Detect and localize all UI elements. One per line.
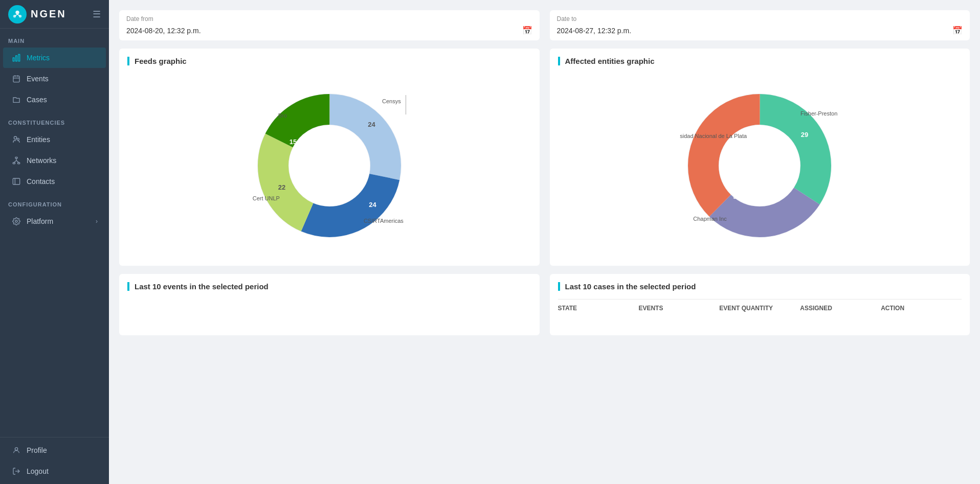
- svg-rect-16: [18, 163, 20, 164]
- contact-icon: [11, 176, 21, 187]
- censys-value: 24: [368, 121, 375, 128]
- sidebar-item-label: Cases: [27, 96, 47, 104]
- bro-label: Bro: [278, 112, 287, 119]
- sidebar-item-profile[interactable]: Profile: [3, 440, 106, 460]
- logo-text: NGEN: [31, 8, 66, 20]
- svg-point-23: [15, 448, 17, 450]
- chapman-label: Chapman Inc: [693, 216, 726, 222]
- sidebar-item-platform[interactable]: Platform ›: [3, 211, 106, 232]
- svg-point-13: [17, 138, 19, 140]
- logo-area: NGEN ☰: [0, 0, 109, 29]
- sidebar-item-networks[interactable]: Networks: [3, 150, 106, 171]
- date-row: Date from 2024-08-20, 12:32 p.m. 📅 Date …: [119, 10, 970, 40]
- chart-icon: [11, 53, 21, 63]
- constituencies-section: CONSTITUENCIES Entities Networks Contact…: [0, 110, 109, 192]
- col-action: Action: [881, 305, 962, 312]
- hamburger-icon[interactable]: ☰: [93, 9, 101, 20]
- date-to-field[interactable]: Date to 2024-08-27, 12:32 p.m. 📅: [550, 10, 970, 40]
- svg-rect-7: [18, 54, 20, 61]
- users-icon: [11, 134, 21, 145]
- svg-point-22: [15, 220, 17, 222]
- sidebar-item-label: Profile: [27, 446, 47, 454]
- fisher-value: 29: [801, 131, 808, 139]
- svg-rect-15: [13, 163, 15, 164]
- chapman-value: 32: [733, 193, 740, 200]
- logo-icon: [8, 5, 27, 24]
- feeds-chart-title: Feeds graphic: [127, 57, 531, 65]
- sidebar: NGEN ☰ MAIN Metrics Events Cases CONSTIT…: [0, 0, 109, 484]
- sidebar-item-label: Events: [27, 75, 49, 83]
- main-content: Date from 2024-08-20, 12:32 p.m. 📅 Date …: [109, 0, 980, 484]
- configuration-section: CONFIGURATION Platform ›: [0, 192, 109, 232]
- sidebar-item-events[interactable]: Events: [3, 68, 106, 89]
- settings-icon: [11, 216, 21, 226]
- svg-line-18: [14, 160, 16, 163]
- affected-chart-title: Affected entities graphic: [558, 57, 962, 65]
- svg-point-0: [15, 10, 19, 14]
- sidebar-item-metrics[interactable]: Metrics: [3, 48, 106, 68]
- svg-point-30: [289, 125, 370, 206]
- date-from-label: Date from: [126, 15, 532, 22]
- calendar-icon: [11, 74, 21, 84]
- col-state: State: [558, 305, 639, 312]
- fisher-label: Fisher-Preston: [800, 110, 837, 117]
- certunlp-value: 22: [278, 183, 285, 191]
- last-events-title: Last 10 events in the selected period: [127, 282, 531, 291]
- csirt-value: 24: [369, 201, 376, 209]
- sidebar-item-logout[interactable]: Logout: [3, 461, 106, 481]
- last-cases-card: Last 10 cases in the selected period Sta…: [550, 274, 970, 335]
- calendar-to-icon: 📅: [952, 26, 963, 35]
- affected-chart-area: Fisher-Preston sidad Nacional de La Plat…: [558, 74, 962, 258]
- svg-rect-20: [13, 178, 19, 185]
- svg-rect-8: [13, 76, 19, 82]
- date-to-value: 2024-08-27, 12:32 p.m.: [557, 27, 632, 35]
- sidebar-bottom: Profile Logout: [0, 437, 109, 484]
- charts-row: Feeds graphic: [119, 49, 970, 266]
- sidebar-item-label: Contacts: [27, 177, 55, 186]
- svg-rect-14: [15, 157, 17, 158]
- folder-icon: [11, 95, 21, 105]
- svg-line-19: [16, 160, 19, 163]
- sidebar-item-label: Networks: [27, 156, 56, 165]
- constituencies-label: CONSTITUENCIES: [0, 110, 109, 129]
- unlp-value: 24: [721, 151, 728, 159]
- certunlp-label: Cert UNLP: [253, 195, 280, 201]
- last-events-card: Last 10 events in the selected period: [119, 274, 540, 335]
- date-to-label: Date to: [557, 15, 963, 22]
- cases-table-header: State Events Event quantity Assigned Act…: [558, 299, 962, 312]
- main-section-label: MAIN: [0, 29, 109, 47]
- col-event-quantity: Event quantity: [719, 305, 800, 312]
- configuration-label: CONFIGURATION: [0, 192, 109, 211]
- calendar-from-icon: 📅: [522, 26, 532, 35]
- sidebar-item-entities[interactable]: Entities: [3, 129, 106, 150]
- sidebar-item-label: Metrics: [27, 54, 50, 62]
- censys-label: Censys: [382, 98, 401, 104]
- sidebar-item-label: Platform: [27, 217, 53, 225]
- svg-point-12: [14, 136, 16, 139]
- logout-icon: [11, 466, 21, 476]
- unlp-label: sidad Nacional de La Plata: [680, 133, 747, 139]
- svg-rect-5: [13, 58, 14, 61]
- chevron-right-icon: ›: [96, 218, 98, 225]
- feeds-chart-area: Censys CSIRTAmericas Cert UNLP Bro 24 24…: [127, 74, 531, 258]
- main-section: MAIN Metrics Events Cases: [0, 29, 109, 110]
- censys-line: [406, 95, 406, 114]
- bottom-row: Last 10 events in the selected period La…: [119, 274, 970, 335]
- sidebar-item-label: Entities: [27, 135, 50, 144]
- affected-donut-svg: [678, 84, 841, 247]
- col-events: Events: [638, 305, 719, 312]
- date-from-field[interactable]: Date from 2024-08-20, 12:32 p.m. 📅: [119, 10, 540, 40]
- feeds-chart-card: Feeds graphic: [119, 49, 540, 266]
- csirt-label: CSIRTAmericas: [364, 218, 404, 224]
- sidebar-item-cases[interactable]: Cases: [3, 89, 106, 110]
- last-cases-title: Last 10 cases in the selected period: [558, 282, 962, 291]
- sidebar-item-label: Logout: [27, 467, 49, 475]
- date-from-value: 2024-08-20, 12:32 p.m.: [126, 27, 201, 35]
- network-icon: [11, 155, 21, 166]
- svg-rect-6: [16, 56, 17, 61]
- user-icon: [11, 445, 21, 455]
- bro-value: 15: [289, 138, 297, 146]
- sidebar-item-contacts[interactable]: Contacts: [3, 171, 106, 192]
- affected-chart-card: Affected entities graphic: [550, 49, 970, 266]
- col-assigned: Assigned: [800, 305, 881, 312]
